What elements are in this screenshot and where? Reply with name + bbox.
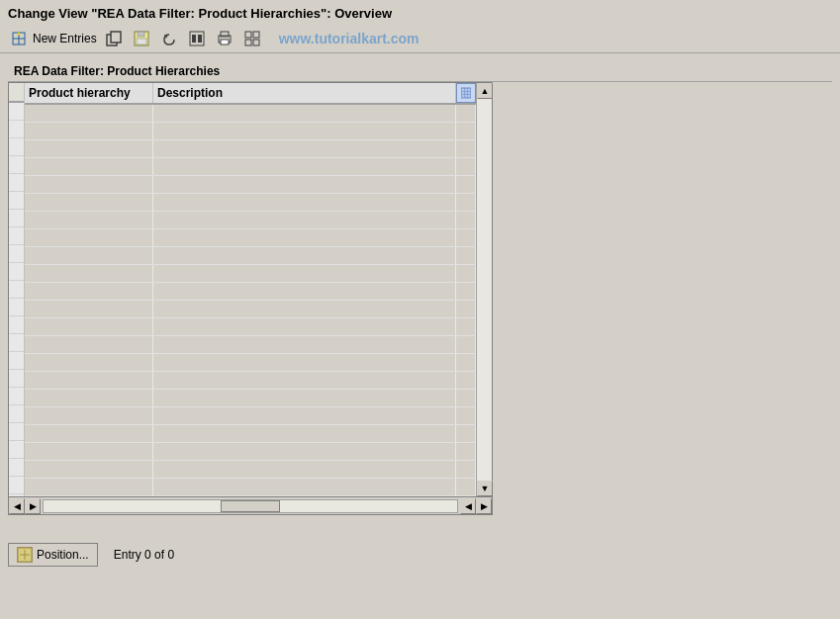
watermark-text: www.tutorialkart.com [279, 31, 420, 46]
position-button[interactable]: Position... [8, 543, 98, 567]
title-bar: Change View "REA Data Filter: Product Hi… [0, 0, 840, 25]
row-num [9, 281, 24, 299]
table-row [25, 283, 476, 301]
product-hierarchy-cell [25, 212, 153, 228]
svg-rect-5 [111, 32, 121, 43]
description-cell [153, 265, 456, 282]
bottom-area: Position... Entry 0 of 0 [0, 543, 840, 567]
row-num [9, 156, 24, 174]
d-cell [456, 123, 476, 139]
svg-rect-18 [245, 40, 251, 45]
d-cell [456, 105, 476, 122]
d-cell [456, 176, 476, 193]
table-row [25, 443, 476, 461]
svg-rect-15 [221, 40, 229, 44]
col-header-product-hierarchy: Product hierarchy [25, 83, 153, 103]
d-cell [456, 229, 476, 246]
grid-icon-btn[interactable] [241, 28, 263, 49]
svg-rect-17 [253, 32, 259, 38]
row-num [9, 388, 24, 405]
d-cell [456, 318, 476, 335]
row-num [9, 121, 24, 138]
d-cell [456, 461, 476, 478]
grid-main: Product hierarchy Description [25, 83, 476, 496]
scroll-track[interactable] [477, 99, 492, 481]
d-cell [456, 372, 476, 389]
table-row [25, 140, 476, 158]
description-cell [153, 123, 456, 139]
horizontal-scroll-track[interactable] [43, 499, 458, 513]
page-title: Change View "REA Data Filter: Product Hi… [8, 6, 392, 21]
undo-icon-btn[interactable] [158, 28, 180, 49]
product-hierarchy-cell [25, 407, 153, 424]
table-row [25, 407, 476, 425]
table-row [25, 479, 476, 496]
scroll-right2-button[interactable]: ▶ [476, 498, 492, 514]
description-cell [153, 318, 456, 335]
entry-count: Entry 0 of 0 [114, 548, 174, 562]
description-cell [153, 425, 456, 442]
d-cell [456, 354, 476, 371]
scroll-up-button[interactable]: ▲ [477, 83, 493, 99]
row-num [9, 263, 24, 281]
row-num [9, 245, 24, 263]
d-cell [456, 265, 476, 282]
description-cell [153, 407, 456, 424]
svg-rect-8 [137, 39, 146, 44]
product-hierarchy-cell [25, 390, 153, 406]
table-row [25, 123, 476, 140]
svg-rect-12 [198, 35, 202, 43]
row-num [9, 299, 24, 316]
copy-icon-btn[interactable] [103, 28, 125, 49]
d-cell [456, 158, 476, 175]
position-button-label: Position... [37, 548, 89, 562]
scroll-left-button[interactable]: ◀ [9, 498, 25, 514]
description-cell [153, 194, 456, 211]
row-num [9, 103, 24, 121]
product-hierarchy-cell [25, 158, 153, 175]
description-cell [153, 372, 456, 389]
col-header-description: Description [153, 83, 456, 103]
d-cell [456, 301, 476, 317]
new-entries-label[interactable]: New Entries [33, 32, 97, 45]
save-icon-btn[interactable] [131, 28, 152, 49]
description-cell [153, 158, 456, 175]
table-row [25, 318, 476, 336]
svg-rect-19 [253, 40, 259, 45]
d-cell [456, 283, 476, 300]
product-hierarchy-cell [25, 140, 153, 157]
scroll-down-button[interactable]: ▼ [477, 481, 493, 496]
row-numbers: for(let i=0;i<22;i++) document.write('<d… [9, 83, 25, 496]
table-row [25, 212, 476, 229]
svg-rect-16 [245, 32, 251, 38]
description-cell [153, 105, 456, 122]
table-row [25, 176, 476, 194]
new-entries-icon[interactable] [8, 28, 30, 49]
table-row [25, 372, 476, 390]
description-cell [153, 336, 456, 353]
scroll-right-button[interactable]: ◀ [460, 498, 476, 514]
description-cell [153, 461, 456, 478]
product-hierarchy-cell [25, 301, 153, 317]
product-hierarchy-cell [25, 425, 153, 442]
row-num-header [9, 83, 24, 103]
d-cell [456, 390, 476, 406]
d-cell [456, 336, 476, 353]
col-header-d[interactable] [456, 83, 476, 103]
table-row [25, 461, 476, 479]
horizontal-scroll-thumb[interactable] [221, 500, 280, 512]
product-hierarchy-cell [25, 265, 153, 282]
product-hierarchy-cell [25, 123, 153, 139]
d-cell [456, 443, 476, 460]
row-num [9, 423, 24, 441]
new-entries-toolbar-item[interactable]: New Entries [8, 28, 97, 49]
row-num [9, 334, 24, 352]
print-icon-btn[interactable] [214, 28, 235, 49]
d-cell [456, 407, 476, 424]
description-cell [153, 443, 456, 460]
details-icon-btn[interactable] [186, 28, 208, 49]
scroll-right-left2-button[interactable]: ▶ [25, 498, 41, 514]
description-cell [153, 176, 456, 193]
product-hierarchy-cell [25, 354, 153, 371]
table-row [25, 336, 476, 354]
